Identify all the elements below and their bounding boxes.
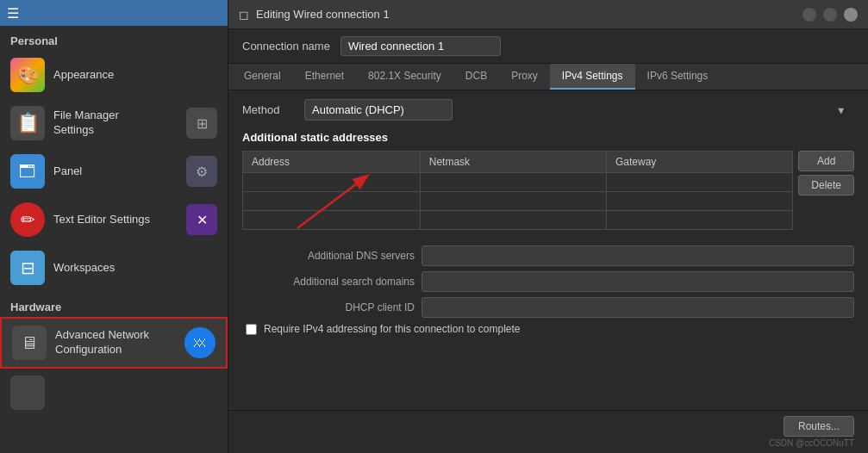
cell-address[interactable] <box>243 173 421 192</box>
appearance-icon: 🎨 <box>10 58 45 92</box>
cell-netmask[interactable] <box>420 173 606 192</box>
search-domains-input[interactable] <box>422 271 854 292</box>
method-select[interactable]: Automatic (DHCP) Manual Link-Local Only … <box>304 99 453 121</box>
connection-name-row: Connection name <box>228 29 868 64</box>
tab-general[interactable]: General <box>232 64 293 90</box>
minimize-button[interactable] <box>802 8 816 22</box>
workspaces-label: Workspaces <box>53 261 115 276</box>
window-titlebar: ◻ Editing Wired connection 1 <box>228 0 868 29</box>
method-label: Method <box>242 103 294 116</box>
menu-icon: ☰ <box>7 5 19 22</box>
col-gateway: Gateway <box>607 152 793 173</box>
method-select-wrap: Automatic (DHCP) Manual Link-Local Only … <box>304 99 854 121</box>
table-area: Address Netmask Gateway <box>242 151 854 237</box>
col-netmask: Netmask <box>420 152 606 173</box>
tabs-row: General Ethernet 802.1X Security DCB Pro… <box>228 64 868 90</box>
cell-gateway[interactable] <box>607 192 793 211</box>
titlebar-left: ◻ Editing Wired connection 1 <box>239 8 390 22</box>
cell-gateway[interactable] <box>607 173 793 192</box>
routes-button[interactable]: Routes... <box>784 416 854 437</box>
connection-name-input[interactable] <box>340 36 501 56</box>
tab-ipv4[interactable]: IPv4 Settings <box>550 64 635 90</box>
close-button[interactable] <box>844 8 858 22</box>
cell-gateway[interactable] <box>607 211 793 230</box>
appearance-label: Appearance <box>53 68 114 83</box>
table-actions: Add Delete <box>798 151 854 195</box>
sidebar-item-network[interactable]: 🖥 Advanced NetworkConfiguration ⯵ <box>0 317 228 369</box>
bottom-right: Routes... CSDN @ccOCONuTT <box>769 416 854 448</box>
require-ipv4-checkbox[interactable] <box>246 324 257 335</box>
static-addresses-title: Additional static addresses <box>242 131 854 144</box>
file-manager-icon: 📋 <box>10 106 45 140</box>
tab-ipv6[interactable]: IPv6 Settings <box>635 64 721 90</box>
checkbox-label: Require IPv4 addressing for this connect… <box>264 323 521 335</box>
text-editor-right-icon: ✕ <box>186 204 217 235</box>
cell-address[interactable] <box>243 192 421 211</box>
sidebar-top-bar: ☰ <box>0 0 228 26</box>
text-editor-label: Text Editor Settings <box>53 213 150 227</box>
cell-netmask[interactable] <box>420 192 606 211</box>
bottom-bar: Routes... CSDN @ccOCONuTT <box>228 410 868 453</box>
cell-address[interactable] <box>243 211 421 230</box>
panel-icon: 🗔 <box>10 154 45 189</box>
window-icon: ◻ <box>239 8 249 22</box>
table-row <box>243 211 793 230</box>
table-wrap: Address Netmask Gateway <box>242 151 793 237</box>
sidebar-item-workspaces[interactable]: ⊟ Workspaces <box>0 244 228 292</box>
panel-label: Panel <box>53 164 82 179</box>
text-editor-icon: ✏ <box>10 202 45 237</box>
watermark: CSDN @ccOCONuTT <box>769 438 854 448</box>
search-domains-row: Additional search domains <box>242 271 854 292</box>
sidebar-item-panel[interactable]: 🗔 Panel ⚙ <box>0 147 228 195</box>
file-manager-label: File ManagerSettings <box>53 109 119 138</box>
tab-dcb[interactable]: DCB <box>453 64 499 90</box>
tab-ethernet[interactable]: Ethernet <box>293 64 356 90</box>
dns-row: Additional DNS servers <box>242 245 854 266</box>
cell-netmask[interactable] <box>420 211 606 230</box>
dhcp-label: DHCP client ID <box>242 301 415 313</box>
titlebar-controls <box>802 8 858 22</box>
sidebar-item-color-profiles[interactable] <box>0 369 228 417</box>
content-area: Method Automatic (DHCP) Manual Link-Loca… <box>228 90 868 410</box>
add-button[interactable]: Add <box>798 151 854 171</box>
checkbox-row: Require IPv4 addressing for this connect… <box>242 323 854 335</box>
delete-button[interactable]: Delete <box>798 175 854 195</box>
file-manager-right-icon: ⊞ <box>186 108 217 139</box>
main-panel: ◻ Editing Wired connection 1 Connection … <box>228 0 868 453</box>
dhcp-row: DHCP client ID <box>242 297 854 318</box>
dns-input[interactable] <box>422 245 854 266</box>
network-label: Advanced NetworkConfiguration <box>55 328 149 357</box>
sidebar-item-appearance[interactable]: 🎨 Appearance <box>0 51 228 99</box>
tab-proxy[interactable]: Proxy <box>499 64 550 90</box>
static-addresses-table: Address Netmask Gateway <box>242 151 793 230</box>
maximize-button[interactable] <box>823 8 837 22</box>
dns-label: Additional DNS servers <box>242 250 415 262</box>
method-row: Method Automatic (DHCP) Manual Link-Loca… <box>242 99 854 121</box>
search-domains-label: Additional search domains <box>242 276 415 288</box>
section-personal-label: Personal <box>0 26 228 51</box>
window-title: Editing Wired connection 1 <box>256 8 390 21</box>
tab-8021x[interactable]: 802.1X Security <box>356 64 453 90</box>
color-profiles-icon <box>10 375 45 410</box>
sidebar-item-file-manager[interactable]: 📋 File ManagerSettings ⊞ <box>0 99 228 147</box>
sidebar: ☰ Personal 🎨 Appearance 📋 File ManagerSe… <box>0 0 228 453</box>
workspaces-icon: ⊟ <box>10 251 45 285</box>
table-row <box>243 192 793 211</box>
dhcp-input[interactable] <box>422 297 854 318</box>
section-hardware-label: Hardware <box>0 292 228 317</box>
network-icon: 🖥 <box>12 326 47 360</box>
bluetooth-icon: ⯵ <box>184 327 215 358</box>
table-row <box>243 173 793 192</box>
sidebar-item-text-editor[interactable]: ✏ Text Editor Settings ✕ <box>0 195 228 244</box>
panel-gear-icon: ⚙ <box>186 156 217 187</box>
col-address: Address <box>243 152 421 173</box>
connection-name-label: Connection name <box>242 40 330 53</box>
